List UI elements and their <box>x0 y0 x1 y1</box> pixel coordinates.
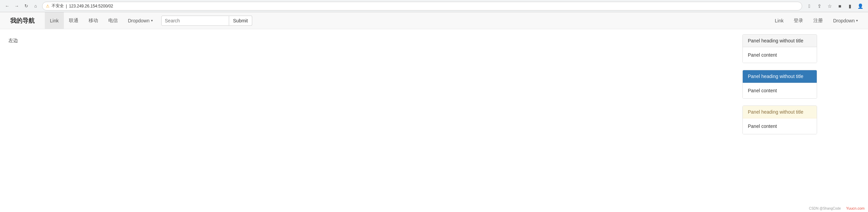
navbar: 我的导航 Link 联通 移动 电信 Dropdown ▾ Submit Lin… <box>0 12 868 29</box>
panel-primary-body: Panel content <box>743 83 817 98</box>
main-content: 左边 Panel heading without title Panel con… <box>0 29 868 199</box>
right-section: Panel heading without title Panel conten… <box>742 34 817 134</box>
left-section: 左边 <box>5 34 863 194</box>
panel-warning-body: Panel content <box>743 118 817 134</box>
chevron-down-icon: ▾ <box>151 19 153 22</box>
nav-item-right-link[interactable]: Link <box>770 12 789 29</box>
profile-button[interactable]: 👤 <box>856 2 865 11</box>
nav-item-link[interactable]: Link <box>45 12 64 29</box>
address-text: 123.249.26.154:5200/02 <box>69 4 113 8</box>
search-form: Submit <box>161 16 253 26</box>
sidebar-button[interactable]: ▮ <box>846 2 854 11</box>
nav-dropdown-right[interactable]: Dropdown ▾ <box>828 12 863 29</box>
panel-primary: Panel heading without title Panel conten… <box>742 70 817 99</box>
navbar-brand[interactable]: 我的导航 <box>5 12 40 30</box>
warning-label: 不安全 <box>52 3 64 9</box>
address-separator: | <box>66 4 67 8</box>
browser-chrome: ← → ↻ ⌂ ⚠ 不安全 | 123.249.26.154:5200/02 … <box>0 0 868 12</box>
chevron-down-right-icon: ▾ <box>856 19 858 22</box>
security-warning-icon: ⚠ <box>46 4 50 8</box>
submit-button[interactable]: Submit <box>229 16 253 26</box>
translate-button[interactable]:  <box>805 2 814 11</box>
nav-item-login[interactable]: 登录 <box>789 12 808 29</box>
browser-controls: ← → ↻ ⌂ <box>3 2 39 10</box>
bookmark-button[interactable]: ☆ <box>825 2 834 11</box>
panel-warning: Panel heading without title Panel conten… <box>742 105 817 134</box>
nav-item-yidong[interactable]: 移动 <box>84 12 103 29</box>
navbar-left: Link 联通 移动 电信 Dropdown ▾ Submit <box>45 12 252 29</box>
home-button[interactable]: ⌂ <box>32 2 39 10</box>
panel-warning-heading: Panel heading without title <box>743 106 817 118</box>
browser-actions:  ⇪ ☆ ■ ▮ 👤 <box>805 2 865 11</box>
panel-primary-heading: Panel heading without title <box>743 70 817 83</box>
address-bar[interactable]: ⚠ 不安全 | 123.249.26.154:5200/02 <box>42 2 802 11</box>
nav-dropdown-left-label: Dropdown <box>128 18 150 23</box>
search-input[interactable] <box>161 16 229 26</box>
share-button[interactable]: ⇪ <box>815 2 824 11</box>
reload-button[interactable]: ↻ <box>22 2 30 10</box>
nav-dropdown-right-label: Dropdown <box>833 18 855 23</box>
back-button[interactable]: ← <box>3 2 11 10</box>
nav-item-dianxin[interactable]: 电信 <box>103 12 123 29</box>
forward-button[interactable]: → <box>13 2 20 10</box>
nav-dropdown-left[interactable]: Dropdown ▾ <box>123 12 158 29</box>
panel-default: Panel heading without title Panel conten… <box>742 34 817 63</box>
extensions-button[interactable]: ■ <box>835 2 844 11</box>
left-label: 左边 <box>8 38 18 43</box>
nav-item-register[interactable]: 注册 <box>808 12 828 29</box>
panel-default-heading: Panel heading without title <box>743 35 817 47</box>
nav-item-liantong[interactable]: 联通 <box>64 12 84 29</box>
panel-default-body: Panel content <box>743 47 817 63</box>
navbar-right: Link 登录 注册 Dropdown ▾ <box>770 12 863 29</box>
